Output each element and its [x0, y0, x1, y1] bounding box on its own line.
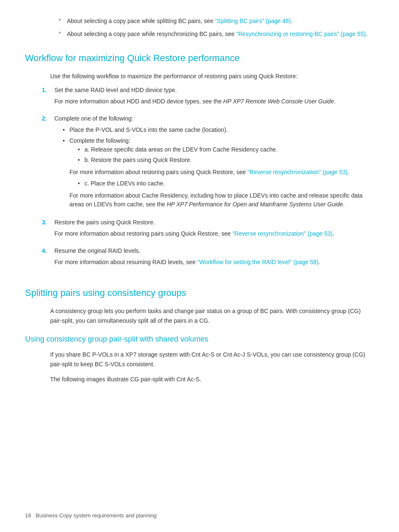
step-3: 3. Restore the pairs using Quick Restore…	[42, 218, 374, 241]
step-2-subbullets: Place the P-VOL and S-VOLs into the same…	[63, 126, 374, 209]
step-2-alpha-a: a. Release specific data areas on the LD…	[78, 145, 374, 154]
footer: 18 Business Copy system requirements and…	[25, 511, 156, 520]
step-2-alpha-note: For more information about restoring pai…	[69, 168, 374, 177]
link-resync[interactable]: "Resynchronizing or restoring BC pairs" …	[236, 31, 366, 37]
step-4: 4. Resume the original RAID levels. For …	[42, 247, 374, 269]
step-2: 2. Complete one of the following: Place …	[42, 114, 374, 212]
step-1: 1. Set the same RAID level and HDD devic…	[42, 86, 374, 108]
step-4-text: Resume the original RAID levels.	[54, 247, 374, 255]
splitting-heading: Splitting pairs using consistency groups	[25, 286, 374, 300]
step-3-content: Restore the pairs using Quick Restore. F…	[54, 218, 374, 241]
step-3-note: For more information about restoring pai…	[54, 229, 374, 238]
using-cg-body2: The following images illustrate CG pair-…	[50, 375, 374, 384]
step-1-content: Set the same RAID level and HDD device t…	[54, 86, 374, 108]
page: About selecting a copy pace while splitt…	[0, 0, 399, 532]
using-cg-body1: If you share BC P-VOLs in a XP7 storage …	[50, 350, 374, 369]
step-1-num: 1.	[42, 86, 54, 108]
step-2-alpha-b: b. Restore the pairs using Quick Restore…	[78, 156, 374, 164]
step-4-content: Resume the original RAID levels. For mor…	[54, 247, 374, 269]
step-2-text: Complete one of the following:	[54, 114, 374, 123]
link-raid-level[interactable]: "Workflow for setting the RAID level" (p…	[197, 259, 319, 265]
step-2-alpha-c: c. Place the LDEVs into cache.	[78, 179, 374, 188]
bullet-item-2: About selecting a copy pace while resync…	[59, 30, 374, 39]
step-1-note: For more information about HDD and HDD d…	[54, 97, 374, 106]
workflow-intro: Use the following workflow to maximize t…	[50, 72, 374, 81]
workflow-heading: Workflow for maximizing Quick Restore pe…	[25, 51, 374, 65]
link-splitting-bc[interactable]: "Splitting BC pairs" (page 48)	[215, 18, 291, 24]
bullet-text-2b: .	[366, 31, 367, 37]
step-2-content: Complete one of the following: Place the…	[54, 114, 374, 212]
step-4-note: For more information about resuming RAID…	[54, 258, 374, 267]
step-2-alpha-c-list: c. Place the LDEVs into cache.	[78, 179, 374, 188]
bullet-text-2a: About selecting a copy pace while resync…	[67, 31, 236, 37]
footer-page-num: 18	[25, 512, 31, 519]
link-reverse-resync-1[interactable]: "Reverse resynchronization" (page 53)	[248, 169, 348, 175]
step-2-bullet-2: Complete the following: a. Release speci…	[63, 136, 374, 209]
link-reverse-resync-2[interactable]: "Reverse resynchronization" (page 53)	[233, 230, 333, 237]
top-bullet-list: About selecting a copy pace while splitt…	[59, 17, 374, 39]
step-3-text: Restore the pairs using Quick Restore.	[54, 218, 374, 227]
bullet-text-1a: About selecting a copy pace while splitt…	[67, 18, 215, 24]
step-2-num: 2.	[42, 114, 54, 212]
step-4-num: 4.	[42, 247, 54, 269]
using-cg-heading: Using consistency group pair-split with …	[25, 334, 374, 345]
step-3-num: 3.	[42, 218, 54, 241]
bullet-text-1b: .	[291, 18, 292, 24]
using-cg-section: Using consistency group pair-split with …	[25, 334, 374, 384]
step-2-bullet-1: Place the P-VOL and S-VOLs into the same…	[63, 126, 374, 134]
footer-text: Business Copy system requirements and pl…	[36, 512, 156, 519]
step-2-alpha: a. Release specific data areas on the LD…	[78, 145, 374, 164]
splitting-body: A consistency group lets you perform tas…	[50, 306, 374, 325]
bullet-item-1: About selecting a copy pace while splitt…	[59, 17, 374, 26]
step-1-text: Set the same RAID level and HDD device t…	[54, 86, 374, 95]
step-2-c-note: For more information about Cache Residen…	[69, 191, 374, 209]
splitting-section: Splitting pairs using consistency groups…	[25, 286, 374, 325]
step-1-italic: HP XP7 Remote Web Console User Guide	[223, 98, 334, 105]
step-2-c-italic: HP XP7 Performance for Open and Mainfram…	[167, 201, 343, 208]
